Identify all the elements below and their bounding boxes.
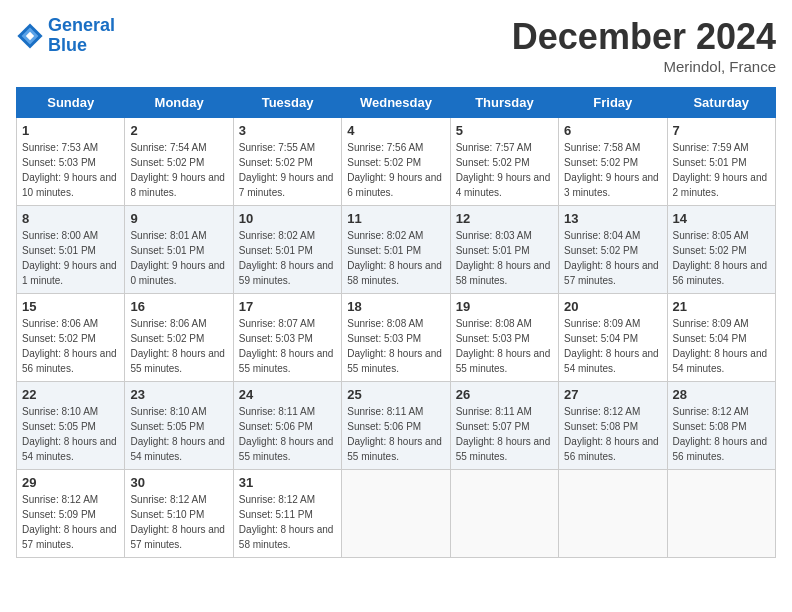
table-row: 24 Sunrise: 8:11 AM Sunset: 5:06 PM Dayl… (233, 382, 341, 470)
day-info: Sunrise: 8:12 AM Sunset: 5:08 PM Dayligh… (564, 404, 661, 464)
table-row: 25 Sunrise: 8:11 AM Sunset: 5:06 PM Dayl… (342, 382, 450, 470)
header-friday: Friday (559, 88, 667, 118)
weekday-header-row: Sunday Monday Tuesday Wednesday Thursday… (17, 88, 776, 118)
day-number: 9 (130, 211, 227, 226)
day-number: 11 (347, 211, 444, 226)
table-row (342, 470, 450, 558)
table-row: 18 Sunrise: 8:08 AM Sunset: 5:03 PM Dayl… (342, 294, 450, 382)
table-row: 5 Sunrise: 7:57 AM Sunset: 5:02 PM Dayli… (450, 118, 558, 206)
table-row: 13 Sunrise: 8:04 AM Sunset: 5:02 PM Dayl… (559, 206, 667, 294)
table-row: 15 Sunrise: 8:06 AM Sunset: 5:02 PM Dayl… (17, 294, 125, 382)
table-row: 20 Sunrise: 8:09 AM Sunset: 5:04 PM Dayl… (559, 294, 667, 382)
day-number: 1 (22, 123, 119, 138)
table-row: 27 Sunrise: 8:12 AM Sunset: 5:08 PM Dayl… (559, 382, 667, 470)
day-number: 14 (673, 211, 770, 226)
calendar-row: 22 Sunrise: 8:10 AM Sunset: 5:05 PM Dayl… (17, 382, 776, 470)
table-row: 16 Sunrise: 8:06 AM Sunset: 5:02 PM Dayl… (125, 294, 233, 382)
day-info: Sunrise: 8:01 AM Sunset: 5:01 PM Dayligh… (130, 228, 227, 288)
day-info: Sunrise: 8:12 AM Sunset: 5:10 PM Dayligh… (130, 492, 227, 552)
table-row: 28 Sunrise: 8:12 AM Sunset: 5:08 PM Dayl… (667, 382, 775, 470)
table-row: 29 Sunrise: 8:12 AM Sunset: 5:09 PM Dayl… (17, 470, 125, 558)
table-row: 14 Sunrise: 8:05 AM Sunset: 5:02 PM Dayl… (667, 206, 775, 294)
day-info: Sunrise: 8:08 AM Sunset: 5:03 PM Dayligh… (456, 316, 553, 376)
day-number: 6 (564, 123, 661, 138)
day-number: 20 (564, 299, 661, 314)
day-number: 7 (673, 123, 770, 138)
day-number: 10 (239, 211, 336, 226)
header-monday: Monday (125, 88, 233, 118)
table-row: 12 Sunrise: 8:03 AM Sunset: 5:01 PM Dayl… (450, 206, 558, 294)
logo: General Blue (16, 16, 115, 56)
day-info: Sunrise: 7:58 AM Sunset: 5:02 PM Dayligh… (564, 140, 661, 200)
day-number: 29 (22, 475, 119, 490)
table-row: 1 Sunrise: 7:53 AM Sunset: 5:03 PM Dayli… (17, 118, 125, 206)
day-number: 4 (347, 123, 444, 138)
day-info: Sunrise: 7:57 AM Sunset: 5:02 PM Dayligh… (456, 140, 553, 200)
day-number: 5 (456, 123, 553, 138)
title-area: December 2024 Merindol, France (512, 16, 776, 75)
day-info: Sunrise: 8:02 AM Sunset: 5:01 PM Dayligh… (239, 228, 336, 288)
calendar-row: 15 Sunrise: 8:06 AM Sunset: 5:02 PM Dayl… (17, 294, 776, 382)
table-row: 30 Sunrise: 8:12 AM Sunset: 5:10 PM Dayl… (125, 470, 233, 558)
table-row: 31 Sunrise: 8:12 AM Sunset: 5:11 PM Dayl… (233, 470, 341, 558)
day-info: Sunrise: 8:12 AM Sunset: 5:11 PM Dayligh… (239, 492, 336, 552)
day-number: 21 (673, 299, 770, 314)
day-number: 23 (130, 387, 227, 402)
table-row: 21 Sunrise: 8:09 AM Sunset: 5:04 PM Dayl… (667, 294, 775, 382)
header-saturday: Saturday (667, 88, 775, 118)
calendar-row: 1 Sunrise: 7:53 AM Sunset: 5:03 PM Dayli… (17, 118, 776, 206)
table-row: 10 Sunrise: 8:02 AM Sunset: 5:01 PM Dayl… (233, 206, 341, 294)
table-row: 23 Sunrise: 8:10 AM Sunset: 5:05 PM Dayl… (125, 382, 233, 470)
day-info: Sunrise: 8:09 AM Sunset: 5:04 PM Dayligh… (564, 316, 661, 376)
day-number: 2 (130, 123, 227, 138)
logo-blue: Blue (48, 35, 87, 55)
day-info: Sunrise: 7:54 AM Sunset: 5:02 PM Dayligh… (130, 140, 227, 200)
day-number: 27 (564, 387, 661, 402)
table-row: 19 Sunrise: 8:08 AM Sunset: 5:03 PM Dayl… (450, 294, 558, 382)
day-number: 18 (347, 299, 444, 314)
page-header: General Blue December 2024 Merindol, Fra… (16, 16, 776, 75)
day-number: 16 (130, 299, 227, 314)
day-info: Sunrise: 8:11 AM Sunset: 5:07 PM Dayligh… (456, 404, 553, 464)
calendar-row: 29 Sunrise: 8:12 AM Sunset: 5:09 PM Dayl… (17, 470, 776, 558)
day-number: 19 (456, 299, 553, 314)
day-number: 3 (239, 123, 336, 138)
month-title: December 2024 (512, 16, 776, 58)
day-info: Sunrise: 8:09 AM Sunset: 5:04 PM Dayligh… (673, 316, 770, 376)
day-number: 26 (456, 387, 553, 402)
day-info: Sunrise: 7:53 AM Sunset: 5:03 PM Dayligh… (22, 140, 119, 200)
logo-general: General (48, 15, 115, 35)
day-info: Sunrise: 8:03 AM Sunset: 5:01 PM Dayligh… (456, 228, 553, 288)
day-number: 22 (22, 387, 119, 402)
day-number: 15 (22, 299, 119, 314)
day-info: Sunrise: 8:12 AM Sunset: 5:09 PM Dayligh… (22, 492, 119, 552)
calendar-table: Sunday Monday Tuesday Wednesday Thursday… (16, 87, 776, 558)
table-row: 11 Sunrise: 8:02 AM Sunset: 5:01 PM Dayl… (342, 206, 450, 294)
table-row: 22 Sunrise: 8:10 AM Sunset: 5:05 PM Dayl… (17, 382, 125, 470)
day-info: Sunrise: 8:10 AM Sunset: 5:05 PM Dayligh… (22, 404, 119, 464)
day-number: 30 (130, 475, 227, 490)
day-number: 8 (22, 211, 119, 226)
day-number: 28 (673, 387, 770, 402)
day-number: 25 (347, 387, 444, 402)
table-row: 17 Sunrise: 8:07 AM Sunset: 5:03 PM Dayl… (233, 294, 341, 382)
day-info: Sunrise: 7:56 AM Sunset: 5:02 PM Dayligh… (347, 140, 444, 200)
header-sunday: Sunday (17, 88, 125, 118)
logo-text: General Blue (48, 16, 115, 56)
day-number: 31 (239, 475, 336, 490)
day-info: Sunrise: 8:12 AM Sunset: 5:08 PM Dayligh… (673, 404, 770, 464)
table-row: 8 Sunrise: 8:00 AM Sunset: 5:01 PM Dayli… (17, 206, 125, 294)
day-number: 13 (564, 211, 661, 226)
table-row: 9 Sunrise: 8:01 AM Sunset: 5:01 PM Dayli… (125, 206, 233, 294)
header-thursday: Thursday (450, 88, 558, 118)
day-info: Sunrise: 8:02 AM Sunset: 5:01 PM Dayligh… (347, 228, 444, 288)
day-info: Sunrise: 8:08 AM Sunset: 5:03 PM Dayligh… (347, 316, 444, 376)
calendar-body: 1 Sunrise: 7:53 AM Sunset: 5:03 PM Dayli… (17, 118, 776, 558)
day-info: Sunrise: 8:04 AM Sunset: 5:02 PM Dayligh… (564, 228, 661, 288)
day-number: 17 (239, 299, 336, 314)
table-row: 3 Sunrise: 7:55 AM Sunset: 5:02 PM Dayli… (233, 118, 341, 206)
day-info: Sunrise: 8:00 AM Sunset: 5:01 PM Dayligh… (22, 228, 119, 288)
header-tuesday: Tuesday (233, 88, 341, 118)
day-info: Sunrise: 8:07 AM Sunset: 5:03 PM Dayligh… (239, 316, 336, 376)
table-row: 6 Sunrise: 7:58 AM Sunset: 5:02 PM Dayli… (559, 118, 667, 206)
